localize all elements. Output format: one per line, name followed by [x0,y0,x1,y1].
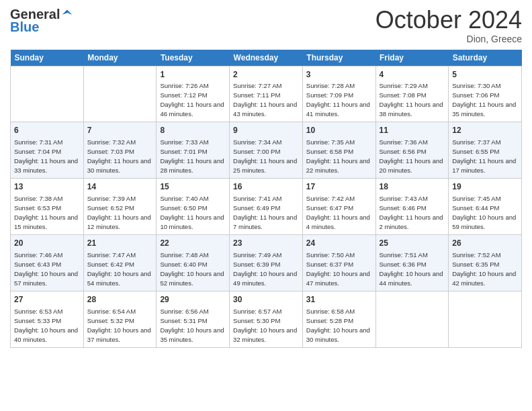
header-monday: Monday [83,50,157,66]
logo-blue-text: Blue [10,19,39,34]
day-info: Sunrise: 7:31 AMSunset: 7:04 PMDaylight:… [14,138,78,174]
table-row: 1Sunrise: 7:26 AMSunset: 7:12 PMDaylight… [157,66,230,122]
table-row: 21Sunrise: 7:47 AMSunset: 6:42 PMDayligh… [83,234,157,291]
table-row: 17Sunrise: 7:42 AMSunset: 6:47 PMDayligh… [302,179,375,235]
day-info: Sunrise: 7:26 AMSunset: 7:12 PMDaylight:… [160,82,224,118]
day-info: Sunrise: 7:36 AMSunset: 6:56 PMDaylight:… [380,138,443,174]
day-number: 20 [14,238,80,249]
day-number: 13 [14,181,80,193]
table-row [375,291,449,347]
header-saturday: Saturday [449,50,522,66]
day-info: Sunrise: 6:56 AMSunset: 5:31 PMDaylight:… [160,308,224,343]
calendar-week-row: 1Sunrise: 7:26 AMSunset: 7:12 PMDaylight… [11,66,522,122]
table-row: 19Sunrise: 7:45 AMSunset: 6:44 PMDayligh… [449,179,522,235]
table-row: 13Sunrise: 7:38 AMSunset: 6:53 PMDayligh… [11,179,84,235]
table-row: 11Sunrise: 7:36 AMSunset: 6:56 PMDayligh… [375,122,449,179]
day-info: Sunrise: 7:43 AMSunset: 6:46 PMDaylight:… [380,195,443,230]
table-row: 24Sunrise: 7:50 AMSunset: 6:37 PMDayligh… [302,234,375,291]
day-number: 11 [380,125,445,136]
day-number: 6 [14,125,80,136]
table-row: 30Sunrise: 6:57 AMSunset: 5:30 PMDayligh… [230,291,303,347]
day-info: Sunrise: 7:33 AMSunset: 7:01 PMDaylight:… [160,138,224,174]
day-info: Sunrise: 7:38 AMSunset: 6:53 PMDaylight:… [14,195,78,230]
table-row: 16Sunrise: 7:41 AMSunset: 6:49 PMDayligh… [230,179,303,235]
day-info: Sunrise: 7:42 AMSunset: 6:47 PMDaylight:… [306,195,370,230]
day-info: Sunrise: 7:46 AMSunset: 6:43 PMDaylight:… [14,251,78,287]
table-row: 9Sunrise: 7:34 AMSunset: 7:00 PMDaylight… [230,122,303,179]
day-number: 22 [160,238,226,249]
page-container: General Blue October 2024 Dion, Greece S… [0,0,532,355]
day-info: Sunrise: 7:51 AMSunset: 6:36 PMDaylight:… [380,251,443,287]
day-number: 26 [452,238,518,249]
month-title: October 2024 [375,7,522,34]
table-row: 28Sunrise: 6:54 AMSunset: 5:32 PMDayligh… [83,291,157,347]
day-number: 29 [160,294,226,306]
day-info: Sunrise: 7:40 AMSunset: 6:50 PMDaylight:… [160,195,224,230]
day-number: 10 [306,125,372,136]
table-row: 8Sunrise: 7:33 AMSunset: 7:01 PMDaylight… [157,122,230,179]
day-info: Sunrise: 7:48 AMSunset: 6:40 PMDaylight:… [160,251,224,287]
day-number: 15 [160,181,226,193]
day-info: Sunrise: 7:29 AMSunset: 7:08 PMDaylight:… [380,82,443,118]
calendar-header-row: Sunday Monday Tuesday Wednesday Thursday… [11,50,522,66]
day-info: Sunrise: 7:28 AMSunset: 7:09 PMDaylight:… [306,82,370,118]
table-row [83,66,157,122]
table-row: 12Sunrise: 7:37 AMSunset: 6:55 PMDayligh… [449,122,522,179]
table-row: 22Sunrise: 7:48 AMSunset: 6:40 PMDayligh… [157,234,230,291]
table-row: 10Sunrise: 7:35 AMSunset: 6:58 PMDayligh… [302,122,375,179]
header-wednesday: Wednesday [230,50,303,66]
day-info: Sunrise: 7:52 AMSunset: 6:35 PMDaylight:… [452,251,516,287]
header-sunday: Sunday [11,50,84,66]
day-number: 7 [87,125,153,136]
day-info: Sunrise: 6:58 AMSunset: 5:28 PMDaylight:… [306,308,370,343]
calendar-week-row: 13Sunrise: 7:38 AMSunset: 6:53 PMDayligh… [11,179,522,235]
day-info: Sunrise: 7:34 AMSunset: 7:00 PMDaylight:… [233,138,297,174]
day-number: 5 [452,69,518,81]
header-thursday: Thursday [302,50,375,66]
day-number: 23 [233,238,299,249]
calendar-week-row: 20Sunrise: 7:46 AMSunset: 6:43 PMDayligh… [11,234,522,291]
day-number: 31 [306,294,372,306]
day-number: 19 [452,181,518,193]
day-info: Sunrise: 6:54 AMSunset: 5:32 PMDaylight:… [87,308,151,343]
header-tuesday: Tuesday [157,50,230,66]
table-row: 27Sunrise: 6:53 AMSunset: 5:33 PMDayligh… [11,291,84,347]
day-info: Sunrise: 6:53 AMSunset: 5:33 PMDaylight:… [14,308,78,343]
logo-icon [61,9,73,21]
table-row: 15Sunrise: 7:40 AMSunset: 6:50 PMDayligh… [157,179,230,235]
table-row: 29Sunrise: 6:56 AMSunset: 5:31 PMDayligh… [157,291,230,347]
table-row [449,291,522,347]
table-row: 18Sunrise: 7:43 AMSunset: 6:46 PMDayligh… [375,179,449,235]
day-number: 4 [380,69,445,81]
day-number: 2 [233,69,299,81]
day-info: Sunrise: 7:49 AMSunset: 6:39 PMDaylight:… [233,251,297,287]
location-subtitle: Dion, Greece [375,34,522,44]
day-info: Sunrise: 7:41 AMSunset: 6:49 PMDaylight:… [233,195,297,230]
table-row: 26Sunrise: 7:52 AMSunset: 6:35 PMDayligh… [449,234,522,291]
day-number: 27 [14,294,80,306]
logo: General Blue [10,7,73,35]
day-number: 18 [380,181,445,193]
day-number: 3 [306,69,372,81]
table-row [11,66,84,122]
day-number: 24 [306,238,372,249]
day-info: Sunrise: 7:50 AMSunset: 6:37 PMDaylight:… [306,251,370,287]
header-friday: Friday [375,50,449,66]
table-row: 20Sunrise: 7:46 AMSunset: 6:43 PMDayligh… [11,234,84,291]
day-info: Sunrise: 7:27 AMSunset: 7:11 PMDaylight:… [233,82,297,118]
day-number: 28 [87,294,153,306]
table-row: 23Sunrise: 7:49 AMSunset: 6:39 PMDayligh… [230,234,303,291]
table-row: 14Sunrise: 7:39 AMSunset: 6:52 PMDayligh… [83,179,157,235]
day-number: 16 [233,181,299,193]
table-row: 31Sunrise: 6:58 AMSunset: 5:28 PMDayligh… [302,291,375,347]
table-row: 3Sunrise: 7:28 AMSunset: 7:09 PMDaylight… [302,66,375,122]
day-number: 30 [233,294,299,306]
day-number: 8 [160,125,226,136]
day-number: 21 [87,238,153,249]
table-row: 25Sunrise: 7:51 AMSunset: 6:36 PMDayligh… [375,234,449,291]
day-info: Sunrise: 7:30 AMSunset: 7:06 PMDaylight:… [452,82,516,118]
day-info: Sunrise: 7:35 AMSunset: 6:58 PMDaylight:… [306,138,370,174]
day-info: Sunrise: 6:57 AMSunset: 5:30 PMDaylight:… [233,308,297,343]
day-info: Sunrise: 7:32 AMSunset: 7:03 PMDaylight:… [87,138,151,174]
calendar-week-row: 27Sunrise: 6:53 AMSunset: 5:33 PMDayligh… [11,291,522,347]
